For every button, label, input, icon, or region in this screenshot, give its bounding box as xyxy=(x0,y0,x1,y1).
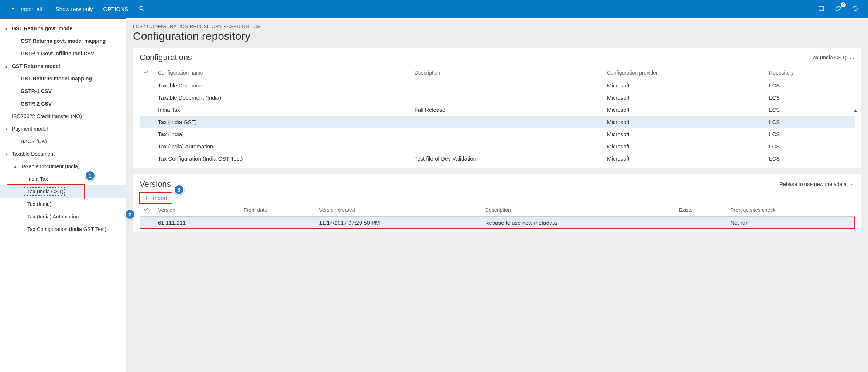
cell-name: Tax Configuration (India GST Test) xyxy=(154,152,411,165)
tree-item[interactable]: ▲GST Returns model xyxy=(0,60,126,72)
col-repository[interactable]: Repository xyxy=(765,66,855,79)
cell-provider: Microsoft xyxy=(603,152,765,165)
tree-item[interactable]: ▲Payment model xyxy=(0,123,126,135)
download-icon xyxy=(10,5,16,13)
configurations-title: Configurations xyxy=(140,53,192,62)
table-row[interactable]: Taxable Document (India)MicrosoftLCS xyxy=(140,92,855,104)
tree-label: Tax (India) Automation xyxy=(25,214,79,220)
cell-desc: Fall Release xyxy=(411,104,603,116)
table-row[interactable]: Tax (India)MicrosoftLCS xyxy=(140,128,855,140)
page-title: Configuration repository xyxy=(133,30,861,42)
refresh-icon xyxy=(852,5,858,13)
tree-item[interactable]: Tax (India) xyxy=(0,198,126,210)
svg-point-0 xyxy=(140,6,143,10)
table-row[interactable]: Tax (India) AutomationMicrosoftLCS xyxy=(140,140,855,152)
cell-repo: LCS xyxy=(765,79,855,92)
scroll-up-icon[interactable]: ▴ xyxy=(854,107,861,114)
office-button[interactable] xyxy=(813,0,830,18)
import-label: Import xyxy=(151,195,167,201)
tree-label: Tax (India GST) xyxy=(25,189,64,194)
refresh-button[interactable] xyxy=(847,0,864,18)
tree-label: GST Returns model xyxy=(10,63,60,69)
tree-label: ISO20022 Credit transfer (NO) xyxy=(10,113,82,119)
tree-item[interactable]: BACS (UK) xyxy=(0,135,126,148)
col-config-name[interactable]: Configuration name xyxy=(154,66,411,79)
col-version[interactable]: Version xyxy=(154,203,240,217)
cell-version: 61.111.211 xyxy=(154,217,240,229)
chevron-up-icon[interactable]: ︿ xyxy=(850,54,855,61)
configurations-grid: Configuration name Description Configura… xyxy=(140,66,855,165)
tree-label: Taxable Document (India) xyxy=(18,163,80,169)
check-column[interactable] xyxy=(140,66,154,79)
toolbar: Import all Show new only OPTIONS 0 xyxy=(0,0,868,18)
configurations-subtitle: Tax (India GST) xyxy=(810,55,847,61)
breadcrumb: LCS : CONFIGURATION REPOSITORY BASED ON … xyxy=(133,24,861,29)
versions-grid: Version From date Version created Descri… xyxy=(140,203,855,229)
tree-item[interactable]: GSTR-2 CSV xyxy=(0,97,126,110)
cell-repo: LCS xyxy=(765,104,855,116)
cell-desc xyxy=(411,92,603,104)
col-desc[interactable]: Description xyxy=(481,203,675,217)
tree-item[interactable]: ▲Taxable Document xyxy=(0,148,126,160)
cell-provider: Microsoft xyxy=(603,104,765,116)
table-row[interactable]: Tax Configuration (India GST Test)Test f… xyxy=(140,152,855,165)
caret-icon: ▲ xyxy=(4,64,10,68)
tree-item[interactable]: Tax (India) Automation xyxy=(0,210,126,223)
table-row[interactable]: 61.111.21111/14/2017 07:29:50 PMRebase t… xyxy=(140,217,855,229)
caret-icon: ▲ xyxy=(4,127,10,131)
options-label: OPTIONS xyxy=(103,6,128,12)
import-all-label: Import all xyxy=(19,6,42,12)
table-row[interactable]: Taxable DocumentMicrosoftLCS xyxy=(140,79,855,92)
callout-3: 3 xyxy=(174,185,184,195)
tree-item[interactable]: GSTR-1 CSV xyxy=(0,85,126,97)
tree-item[interactable]: Tax (India GST) xyxy=(0,185,126,198)
cell-repo: LCS xyxy=(765,92,855,104)
col-from-date[interactable]: From date xyxy=(240,203,315,217)
import-all-button[interactable]: Import all xyxy=(4,0,47,18)
tree-label: GSTR-1 CSV xyxy=(18,88,52,94)
col-exists[interactable]: Exists xyxy=(675,203,727,217)
show-new-only-button[interactable]: Show new only xyxy=(51,0,98,18)
import-button[interactable]: Import xyxy=(140,193,172,203)
cell-provider: Microsoft xyxy=(603,128,765,140)
cell-provider: Microsoft xyxy=(603,140,765,152)
options-button[interactable]: OPTIONS xyxy=(98,0,134,18)
cell-desc xyxy=(411,128,603,140)
col-prereq[interactable]: Prerequisites check xyxy=(727,203,855,217)
tree-label: Payment model xyxy=(10,126,48,132)
tree-label: GSTR-2 CSV xyxy=(18,101,52,107)
tree-label: GST Returns govt. model mapping xyxy=(18,38,106,44)
col-created[interactable]: Version created xyxy=(315,203,481,217)
badge-count: 0 xyxy=(841,2,846,7)
versions-subtitle: Rebase to use new metadata xyxy=(779,181,847,187)
paperclip-icon xyxy=(835,5,841,13)
tree-item[interactable]: ▲Taxable Document (India) xyxy=(0,160,126,173)
tree-label: GSTR-1 Govt. offline tool CSV xyxy=(18,51,94,56)
cell-prereq: Not run xyxy=(727,217,855,229)
cell-desc xyxy=(411,140,603,152)
caret-icon: ▲ xyxy=(4,27,10,31)
tree-item[interactable]: GST Returns model mapping xyxy=(0,72,126,85)
check-column[interactable] xyxy=(140,203,154,217)
tree-item[interactable]: ISO20022 Credit transfer (NO) xyxy=(0,110,126,123)
tree-item[interactable]: GSTR-1 Govt. offline tool CSV xyxy=(0,47,126,60)
tree-label: Taxable Document xyxy=(10,151,55,157)
cell-provider: Microsoft xyxy=(603,116,765,128)
separator xyxy=(49,4,49,14)
table-row[interactable]: India TaxFall ReleaseMicrosoftLCS xyxy=(140,104,855,116)
search-button[interactable] xyxy=(133,0,150,18)
col-provider[interactable]: Configuration provider xyxy=(603,66,765,79)
chevron-up-icon[interactable]: ︿ xyxy=(850,181,855,187)
attachments-button[interactable]: 0 xyxy=(830,0,847,18)
cell-desc: Rebase to use new metadata xyxy=(481,217,675,229)
cell-name: Taxable Document xyxy=(154,79,411,92)
tree-item[interactable]: India Tax xyxy=(0,173,126,185)
cell-provider: Microsoft xyxy=(603,92,765,104)
tree-item[interactable]: ▲GST Returns govt. model xyxy=(0,22,126,35)
table-row[interactable]: Tax (India GST)MicrosoftLCS xyxy=(140,116,855,128)
cell-name: Tax (India) xyxy=(154,128,411,140)
tree-item[interactable]: Tax Configuration (India GST Test) xyxy=(0,223,126,235)
callout-2: 2 xyxy=(125,209,135,220)
col-description[interactable]: Description xyxy=(411,66,603,79)
tree-item[interactable]: GST Returns govt. model mapping xyxy=(0,35,126,47)
